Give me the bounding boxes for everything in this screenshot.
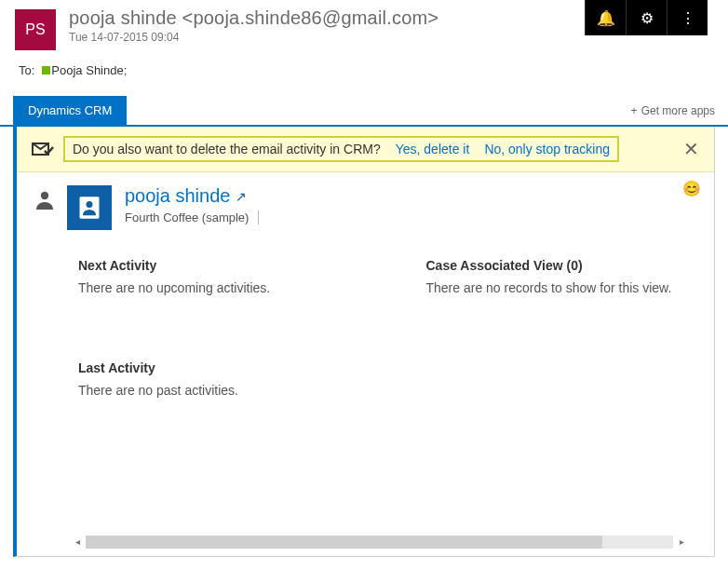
contact-company: Fourth Coffee (sample) [125,210,259,224]
get-more-apps-link[interactable]: + Get more apps [631,104,715,117]
case-view-title: Case Associated View (0) [426,258,700,273]
scroll-track[interactable] [86,536,673,549]
contact-name-link[interactable]: pooja shinde ↗ [125,185,259,207]
last-activity-title: Last Activity [78,360,699,375]
get-more-apps-label: Get more apps [641,104,715,117]
next-activity-body: There are no upcoming activities. [78,280,352,295]
svg-point-3 [87,201,93,208]
no-stop-tracking-link[interactable]: No, only stop tracking [484,142,610,156]
addin-tab-row: Dynamics CRM + Get more apps [0,96,728,127]
scroll-thumb[interactable] [86,536,602,549]
case-view-body: There are no records to show for this vi… [426,280,687,295]
track-icon [32,140,54,158]
top-toolbar: 🔔 ⚙ ⋮ [0,0,728,35]
notification-bar: Do you also want to delete the email act… [17,127,714,172]
to-recipient: Pooja Shinde; [42,63,127,77]
contact-name-text: pooja shinde [125,185,230,207]
popout-icon[interactable]: ↗ [236,189,247,204]
to-label: To: [19,63,34,77]
contact-meta: pooja shinde ↗ Fourth Coffee (sample) [125,185,259,224]
horizontal-scrollbar[interactable]: ◂ ▸ [73,536,686,549]
scroll-left-icon[interactable]: ◂ [73,536,82,549]
scroll-right-icon[interactable]: ▸ [677,536,686,549]
last-activity-body: There are no past activities. [78,383,699,398]
notification-text: Do you also want to delete the email act… [73,142,381,156]
section-grid: Next Activity There are no upcoming acti… [34,258,699,295]
close-icon[interactable]: ✕ [678,138,705,160]
case-view-section: Case Associated View (0) There are no re… [426,258,700,295]
gear-icon[interactable]: ⚙ [626,0,667,35]
tab-dynamics-crm[interactable]: Dynamics CRM [13,96,127,125]
contact-card-icon [67,185,112,230]
contact-row: pooja shinde ↗ Fourth Coffee (sample) [34,185,699,230]
last-activity-section: Last Activity There are no past activiti… [34,360,699,398]
top-toolbar-right: 🔔 ⚙ ⋮ [585,0,708,35]
crm-pane: Do you also want to delete the email act… [13,127,715,557]
menu-icon[interactable]: ⋮ [667,0,708,35]
to-line: To: Pooja Shinde; [0,58,728,85]
bell-icon[interactable]: 🔔 [585,0,626,35]
smiley-icon[interactable]: 😊 [682,180,701,197]
presence-icon [42,66,50,75]
svg-point-0 [41,192,48,199]
next-activity-title: Next Activity [78,258,352,273]
recipient-name: Pooja Shinde; [51,63,127,77]
plus-icon: + [631,104,638,117]
notification-box: Do you also want to delete the email act… [63,136,619,162]
yes-delete-link[interactable]: Yes, delete it [396,142,470,156]
person-icon [34,189,54,217]
crm-content: 😊 pooja shinde ↗ Fourth Coffee (sample) … [17,172,714,398]
next-activity-section: Next Activity There are no upcoming acti… [78,258,352,295]
